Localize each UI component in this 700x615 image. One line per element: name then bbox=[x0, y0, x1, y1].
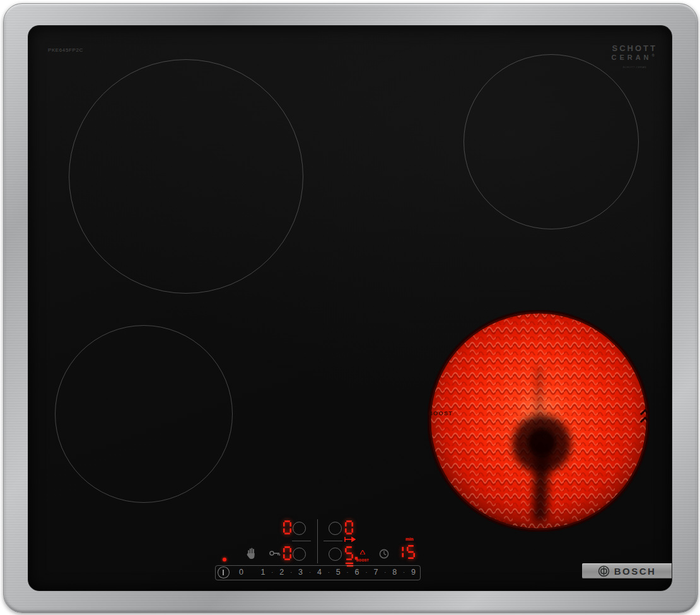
boost-icon bbox=[360, 550, 365, 555]
level-6[interactable]: 6 bbox=[355, 568, 359, 577]
bosch-emblem-icon bbox=[598, 565, 610, 577]
schott-logo-line1: SCHOTT bbox=[611, 43, 658, 53]
zone-select-rear-left[interactable] bbox=[293, 522, 306, 535]
timer-clock-icon[interactable] bbox=[379, 549, 389, 559]
zone-select-front-right[interactable] bbox=[329, 548, 342, 561]
pause-hand-icon[interactable] bbox=[247, 548, 256, 559]
level-1[interactable]: 1 bbox=[260, 568, 265, 577]
schott-ceran-logo: SCHOTT CERAN® SCHOTT-CERAN bbox=[611, 43, 658, 69]
level-9[interactable]: 9 bbox=[411, 568, 416, 577]
ceramic-glass-surface: PKE645FP2C SCHOTT CERAN® SCHOTT-CERAN bbox=[28, 25, 672, 591]
boost-button[interactable]: BOOST bbox=[353, 546, 372, 562]
level-separator: · bbox=[359, 569, 374, 575]
level-8[interactable]: 8 bbox=[392, 568, 397, 577]
zone-cross-horizontal-right bbox=[324, 541, 342, 541]
level-4[interactable]: 4 bbox=[317, 568, 322, 577]
registered-mark: ® bbox=[652, 54, 658, 57]
level-3[interactable]: 3 bbox=[298, 568, 303, 577]
schott-logo-line2: CERAN® bbox=[611, 54, 658, 61]
level-separator: · bbox=[341, 569, 355, 575]
bosch-badge: BOSCH bbox=[582, 563, 672, 578]
radiant-element bbox=[428, 310, 650, 532]
boost-print-label: BOOST bbox=[428, 410, 453, 417]
level-7[interactable]: 7 bbox=[373, 568, 378, 577]
display-front-left bbox=[283, 546, 291, 560]
display-rear-left bbox=[283, 520, 291, 534]
active-heating-zone: BOOST bbox=[428, 310, 650, 532]
zone-cross-horizontal-left bbox=[292, 541, 311, 541]
zone-active-underline bbox=[346, 563, 353, 564]
level-5[interactable]: 5 bbox=[336, 568, 341, 577]
power-on-indicator-dot bbox=[223, 558, 226, 561]
extended-zone-indicator-icon bbox=[344, 536, 356, 544]
timer-unit-label: min bbox=[405, 537, 413, 541]
level-separator: · bbox=[284, 569, 298, 575]
display-rear-right bbox=[345, 520, 353, 534]
zone-outline-rear-right bbox=[464, 54, 639, 229]
model-number: PKE645FP2C bbox=[48, 47, 83, 53]
power-button[interactable] bbox=[218, 566, 230, 578]
level-slider-numbers[interactable]: 01·2·3·4·5·6·7·8·9 bbox=[239, 565, 416, 579]
timer-display bbox=[395, 545, 415, 559]
level-0[interactable]: 0 bbox=[239, 568, 243, 577]
extended-zone-chevrons-icon bbox=[639, 406, 651, 431]
level-2[interactable]: 2 bbox=[279, 568, 284, 577]
level-separator: · bbox=[397, 569, 411, 575]
boost-button-label: BOOST bbox=[353, 558, 372, 562]
zone-outline-rear-left bbox=[69, 59, 303, 294]
zone-select-rear-right[interactable] bbox=[329, 522, 342, 535]
zone-select-front-left[interactable] bbox=[293, 548, 306, 561]
zone-outline-front-left bbox=[55, 325, 233, 503]
level-separator: · bbox=[378, 569, 392, 575]
level-separator: · bbox=[322, 569, 336, 575]
level-separator: · bbox=[265, 569, 279, 575]
childlock-key-icon[interactable] bbox=[269, 550, 281, 556]
zone-cross-vertical bbox=[317, 519, 318, 563]
level-separator: · bbox=[303, 569, 317, 575]
bosch-logo-text: BOSCH bbox=[614, 566, 656, 577]
schott-logo-subline: SCHOTT-CERAN bbox=[611, 66, 658, 69]
power-icon bbox=[223, 570, 224, 575]
cooktop-photo: { "device": { "model_number": "PKE645FP2… bbox=[0, 0, 700, 615]
